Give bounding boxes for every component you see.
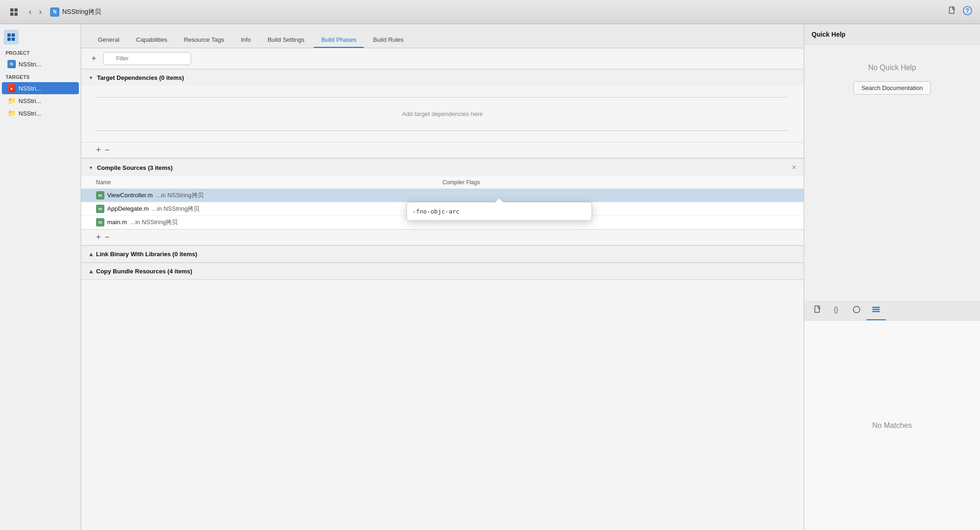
table-row[interactable]: m ViewController.m ...in NSString拷贝 -fno… (81, 189, 804, 202)
compile-sources-close-button[interactable]: × (792, 163, 796, 172)
link-binary-header[interactable]: ▶ Link Binary With Libraries (0 items) (81, 246, 804, 262)
targets-section-label: TARGETS (0, 71, 81, 82)
row-filename-1: AppDelegate.m ...in NSString拷贝 (107, 205, 443, 213)
add-phase-button[interactable]: + (89, 53, 99, 65)
help-icon-button[interactable]: ? (962, 6, 973, 18)
quick-help-body: No Quick Help Search Documentation (804, 45, 980, 301)
title-bar: ‹ › N NSString拷贝 ? (0, 0, 980, 24)
sidebar-item-project[interactable]: N NSStri... (2, 58, 79, 70)
file-m-icon-0: m (96, 191, 104, 200)
back-button[interactable]: ‹ (26, 6, 34, 18)
project-item-label: NSStri... (19, 61, 41, 68)
target-dependencies-title: Target Dependencies (0 items) (97, 74, 184, 81)
tab-build-rules[interactable]: Build Rules (366, 32, 411, 48)
tab-capabilities[interactable]: Capabilities (129, 32, 174, 48)
target-item-label-0: NSStri... (19, 85, 41, 92)
deps-separator-top (96, 97, 789, 97)
column-flags-header: Compiler Flags (443, 179, 789, 186)
copy-bundle-header[interactable]: ▶ Copy Bundle Resources (4 items) (81, 263, 804, 279)
link-binary-section: ▶ Link Binary With Libraries (0 items) (81, 246, 804, 263)
svg-rect-15 (872, 309, 880, 310)
svg-rect-1 (14, 8, 18, 12)
no-matches-text: No Matches (804, 321, 980, 530)
filter-input[interactable] (103, 52, 191, 65)
compile-remove-button[interactable]: − (105, 233, 110, 242)
svg-rect-11 (815, 306, 819, 312)
tab-info[interactable]: Info (233, 32, 258, 48)
target-dependencies-empty-hint: Add target dependencies here (393, 101, 492, 127)
copy-bundle-section: ▶ Copy Bundle Resources (4 items) (81, 263, 804, 280)
target-dep-add-button[interactable]: + (96, 145, 101, 155)
content-wrapper: General Capabilities Resource Tags Info … (81, 24, 804, 530)
main-layout: PROJECT N NSStri... TARGETS ▲ NSStri... … (0, 24, 980, 530)
tab-bar: General Capabilities Resource Tags Info … (81, 24, 804, 48)
svg-text:{}: {} (834, 306, 838, 313)
sidebar-item-target-2[interactable]: 📁 NSStri... (2, 107, 79, 119)
svg-rect-2 (10, 13, 13, 16)
column-name-header: Name (96, 179, 443, 186)
row-filepath-1: ...in NSString拷贝 (152, 205, 200, 212)
qh-tab-braces[interactable]: {} (827, 302, 847, 320)
filter-wrapper: ⊛ (103, 52, 796, 65)
svg-rect-3 (14, 13, 18, 16)
tab-build-settings[interactable]: Build Settings (260, 32, 312, 48)
copy-bundle-triangle-icon: ▶ (88, 270, 93, 273)
inline-compiler-flags-editor[interactable]: -fno-objc-arc (406, 202, 592, 221)
target-item-label-1: NSStri... (19, 97, 41, 104)
quick-help-bottom: {} No Matches (804, 301, 980, 530)
quick-help-title: Quick Help (804, 24, 980, 45)
navigation-buttons: ‹ › (26, 6, 45, 18)
svg-rect-14 (872, 307, 880, 308)
svg-rect-16 (872, 311, 880, 312)
project-section-label: PROJECT (0, 46, 81, 58)
folder-icon-2: 📁 (7, 109, 16, 117)
qh-tab-file[interactable] (808, 302, 827, 320)
title-bar-right: ? (948, 6, 973, 18)
project-item-icon: N (7, 60, 16, 68)
file-m-icon-1: m (96, 205, 104, 213)
no-quick-help-text: No Quick Help (868, 64, 916, 72)
sidebar-item-target-0[interactable]: ▲ NSStri... (2, 82, 79, 94)
row-filename-0: ViewController.m ...in NSString拷贝 (107, 191, 443, 200)
target-dependencies-header[interactable]: ▼ Target Dependencies (0 items) (81, 69, 804, 86)
svg-rect-7 (7, 33, 11, 37)
sidebar-item-target-1[interactable]: 📁 NSStri... (2, 95, 79, 107)
forward-button[interactable]: › (36, 6, 45, 18)
compile-sources-actions: + − (81, 229, 804, 245)
sidebar: PROJECT N NSStri... TARGETS ▲ NSStri... … (0, 24, 81, 530)
qh-tab-circle[interactable] (847, 302, 866, 320)
table-header: Name Compiler Flags (81, 176, 804, 189)
deps-separator-bottom (96, 130, 789, 131)
link-binary-title: Link Binary With Libraries (0 items) (96, 251, 197, 258)
target-dependencies-actions: + − (81, 142, 804, 158)
target-item-label-2: NSStri... (19, 110, 41, 117)
svg-rect-9 (7, 38, 11, 41)
compile-sources-content: Name Compiler Flags m ViewController.m .… (81, 176, 804, 229)
qh-tab-list[interactable] (866, 302, 886, 320)
row-filepath-2: ...in NSString拷贝 (130, 219, 178, 226)
svg-rect-0 (10, 8, 13, 12)
sidebar-nav-structure-icon[interactable] (4, 30, 19, 45)
folder-icon-1: 📁 (7, 97, 16, 105)
filter-bar: + ⊛ (81, 48, 804, 69)
compiler-flags-value[interactable]: -fno-objc-arc (413, 208, 586, 215)
triangle-expanded-icon: ▼ (89, 75, 93, 80)
grid-icon[interactable] (7, 6, 20, 19)
svg-text:?: ? (966, 7, 969, 14)
quick-help-tab-bar: {} (804, 302, 980, 321)
compile-sources-header[interactable]: ▼ Compile Sources (3 items) × (81, 158, 804, 176)
compile-sources-title: Compile Sources (3 items) (97, 164, 173, 171)
project-icon: N (50, 7, 59, 17)
compile-add-button[interactable]: + (96, 233, 101, 242)
tab-general[interactable]: General (90, 32, 127, 48)
target-dep-remove-button[interactable]: − (105, 145, 110, 155)
target-dependencies-content: Add target dependencies here (81, 86, 804, 142)
file-icon-button[interactable] (948, 6, 957, 18)
tab-resource-tags[interactable]: Resource Tags (176, 32, 231, 48)
content-area: + ⊛ ▼ Target Dependencies (0 items) Add … (81, 48, 804, 530)
project-title: NSString拷贝 (62, 8, 101, 16)
search-documentation-button[interactable]: Search Documentation (853, 81, 930, 95)
tab-build-phases[interactable]: Build Phases (314, 32, 364, 48)
link-binary-triangle-icon: ▶ (88, 252, 93, 256)
row-filename-2: main.m ...in NSString拷贝 (107, 218, 443, 226)
